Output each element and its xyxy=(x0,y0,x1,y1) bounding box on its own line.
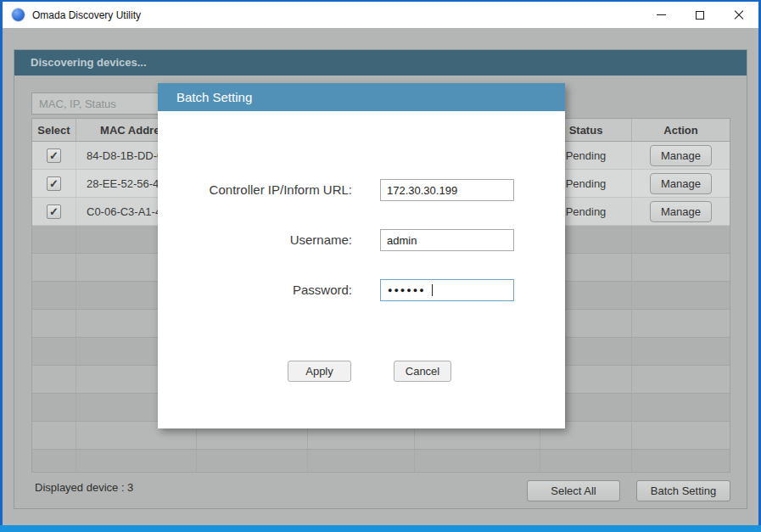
close-icon xyxy=(734,10,744,20)
select-all-button[interactable]: Select All xyxy=(527,480,620,501)
close-button[interactable] xyxy=(719,2,758,28)
apply-button[interactable]: Apply xyxy=(288,361,351,382)
manage-button[interactable]: Manage xyxy=(650,173,712,194)
dialog-title: Batch Setting xyxy=(158,83,565,111)
controller-url-label: Controller IP/Inform URL: xyxy=(158,182,352,199)
manage-button[interactable]: Manage xyxy=(650,201,712,222)
row-checkbox[interactable]: ✓ xyxy=(47,148,61,163)
titlebar: Omada Discovery Utility xyxy=(3,2,758,28)
page-title: Discovering devices... xyxy=(14,50,747,76)
window-title: Omada Discovery Utility xyxy=(32,9,141,21)
row-checkbox[interactable]: ✓ xyxy=(47,176,61,191)
batch-setting-dialog: Batch Setting Controller IP/Inform URL: … xyxy=(158,83,565,428)
username-label: Username: xyxy=(158,232,352,249)
text-cursor xyxy=(432,284,433,296)
manage-button[interactable]: Manage xyxy=(650,145,712,166)
username-input[interactable] xyxy=(380,229,514,251)
window-controls xyxy=(641,2,758,28)
controller-url-input[interactable] xyxy=(380,179,514,201)
minimize-button[interactable] xyxy=(641,2,680,28)
cancel-button[interactable]: Cancel xyxy=(394,361,451,382)
app-icon xyxy=(12,8,25,21)
password-input[interactable]: ●●●●●● xyxy=(380,279,514,301)
column-header-select: Select xyxy=(32,119,76,141)
maximize-button[interactable] xyxy=(680,2,719,28)
password-label: Password: xyxy=(158,282,352,299)
batch-setting-button[interactable]: Batch Setting xyxy=(636,480,730,501)
column-header-action: Action xyxy=(632,119,730,141)
row-checkbox[interactable]: ✓ xyxy=(47,204,61,219)
maximize-icon xyxy=(696,11,704,20)
password-masked-value: ●●●●●● xyxy=(388,280,426,300)
app-window: Omada Discovery Utility Discovering devi… xyxy=(3,2,758,525)
empty-table-row xyxy=(32,450,730,473)
window-bottom-border xyxy=(0,525,761,532)
client-area: Discovering devices... Select MAC Addres… xyxy=(3,28,758,525)
minimize-icon xyxy=(657,14,666,15)
displayed-device-count: Displayed device : 3 xyxy=(35,481,133,494)
